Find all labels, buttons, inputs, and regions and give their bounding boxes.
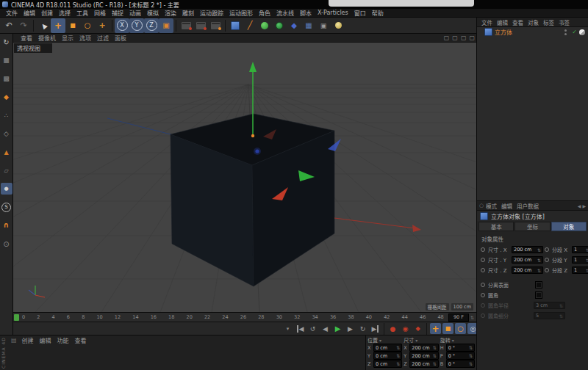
menu-item[interactable]: 选择 [56, 9, 74, 17]
playhead-marker[interactable] [14, 314, 19, 321]
play-icon[interactable] [332, 323, 343, 334]
enable-snap-icon[interactable] [1, 220, 12, 231]
attribute-menu-item[interactable]: 编辑 [499, 202, 514, 210]
spinner-icon[interactable] [396, 353, 400, 358]
object-manager-menu-item[interactable]: 对象 [526, 18, 541, 26]
segments-input[interactable]: 1 [572, 246, 588, 253]
size-input[interactable]: 200 cm [409, 352, 438, 360]
keyframe-selection-icon[interactable] [412, 323, 423, 334]
render-to-picture-viewer-icon[interactable] [193, 18, 208, 33]
menu-item[interactable]: 创建 [38, 9, 56, 17]
history-nav-icon[interactable] [578, 203, 588, 208]
dimension-input[interactable]: 200 cm [512, 266, 543, 274]
position-column-title[interactable]: 位置 [368, 336, 378, 344]
menu-item[interactable]: 网格 [91, 9, 109, 17]
coordinate-system-icon[interactable] [159, 18, 173, 33]
object-tree[interactable]: 立方体 [477, 27, 588, 201]
two-pane-icon[interactable] [452, 35, 458, 41]
chevron-down-icon[interactable] [379, 338, 381, 343]
spinner-icon[interactable] [537, 258, 541, 263]
view-label[interactable]: 透视视图 [14, 43, 52, 53]
coordinate-input[interactable]: 0 cm [373, 344, 402, 352]
goto-start-icon[interactable] [295, 323, 306, 334]
record-active-objects-icon[interactable] [387, 323, 398, 334]
single-pane-icon[interactable] [444, 35, 450, 41]
animation-dot-icon[interactable] [481, 247, 485, 252]
workplane-mode-icon[interactable] [1, 164, 12, 176]
spinner-icon[interactable] [469, 361, 473, 366]
object-manager-menu-item[interactable]: 书签 [556, 18, 572, 26]
menu-item[interactable]: 窗口 [351, 9, 369, 17]
object-manager-menu-item[interactable]: 标签 [541, 18, 556, 26]
viewport-menu-item[interactable]: 过滤 [94, 34, 112, 42]
material-menu-item[interactable]: 创建 [19, 336, 37, 344]
camera-icon[interactable] [316, 18, 331, 33]
end-frame-field[interactable]: 90 F [448, 313, 469, 322]
snap-settings-icon[interactable] [1, 201, 12, 213]
animation-dot-icon[interactable] [481, 293, 485, 297]
segments-input[interactable]: 1 [572, 266, 588, 274]
menu-item[interactable]: 动画 [126, 9, 144, 17]
autokey-icon[interactable] [400, 323, 411, 334]
viewport-menu-item[interactable]: 面板 [112, 34, 129, 42]
marker-icon[interactable] [282, 323, 293, 334]
material-menu-item[interactable]: 功能 [54, 336, 72, 344]
menu-item[interactable]: 渲染 [162, 9, 179, 17]
rotate-tool-icon[interactable] [80, 18, 95, 33]
attribute-menu-item[interactable]: 模式 [484, 202, 499, 210]
enable-axis-icon[interactable] [1, 91, 12, 103]
last-used-tool-icon[interactable] [95, 18, 110, 33]
cube-primitive-icon[interactable] [228, 18, 243, 33]
previous-frame-icon[interactable] [320, 323, 331, 334]
previous-key-icon[interactable] [307, 323, 318, 334]
rotation-input[interactable]: 0 ° [446, 344, 475, 352]
make-editable-icon[interactable] [1, 36, 12, 48]
lock-z-axis-icon[interactable]: Z [144, 18, 159, 33]
menu-item[interactable]: 编辑 [21, 9, 38, 17]
object-row[interactable]: 立方体 [477, 27, 588, 37]
coordinate-input[interactable]: 0 cm [373, 352, 402, 360]
material-menu-item[interactable]: 查看 [72, 336, 90, 344]
record-rotation-icon[interactable] [455, 323, 466, 334]
checkbox[interactable] [535, 291, 542, 299]
phong-tag-icon[interactable] [579, 29, 585, 35]
pen-spline-icon[interactable] [243, 18, 257, 33]
tab-object[interactable]: 对象 [551, 222, 587, 231]
viewport-menu-item[interactable]: 查看 [18, 34, 35, 42]
menu-item[interactable]: 文件 [3, 9, 21, 17]
attribute-menu-item[interactable]: 用户数据 [514, 202, 541, 210]
menu-item[interactable]: X-Particles [315, 10, 351, 16]
menu-item[interactable]: 帮助 [369, 9, 387, 17]
lock-x-axis-icon[interactable]: X [115, 18, 129, 33]
live-selection-icon[interactable] [36, 18, 51, 33]
menu-item[interactable]: 流水线 [273, 9, 297, 17]
object-manager-menu-item[interactable]: 查看 [510, 18, 526, 26]
rotation-input[interactable]: 0 ° [446, 352, 475, 360]
undo-icon[interactable] [1, 18, 16, 33]
render-view-icon[interactable] [179, 18, 193, 33]
spinner-icon[interactable] [433, 345, 437, 350]
chevron-down-icon[interactable] [415, 338, 417, 343]
menu-item[interactable]: 工具 [74, 9, 91, 17]
menu-item[interactable]: 角色 [256, 9, 273, 17]
rotation-input[interactable]: 0 ° [446, 360, 475, 368]
three-pane-icon[interactable] [461, 35, 467, 41]
animation-dot-icon[interactable] [481, 268, 485, 272]
animation-dot-icon[interactable] [545, 247, 549, 252]
object-manager-menu-item[interactable]: 编辑 [495, 18, 510, 26]
spinner-icon[interactable] [433, 361, 437, 366]
menu-item[interactable]: 脚本 [297, 9, 315, 17]
tab-coord[interactable]: 坐标 [514, 222, 550, 231]
size-column-title[interactable]: 尺寸 [404, 336, 414, 344]
rotation-column-title[interactable]: 旋转 [440, 336, 451, 344]
timeline-ruler[interactable]: 0246810121416182022242628303234363840424… [13, 312, 476, 322]
model-mode-icon[interactable] [1, 54, 12, 66]
animation-dot-icon[interactable] [545, 258, 549, 262]
points-mode-icon[interactable] [1, 109, 12, 121]
viewport-menu-item[interactable]: 显示 [59, 34, 76, 42]
four-pane-icon[interactable] [469, 35, 475, 41]
redo-icon[interactable] [16, 18, 31, 33]
polygons-mode-icon[interactable] [1, 146, 12, 158]
dimension-input[interactable]: 200 cm [512, 256, 543, 264]
spinner-icon[interactable] [469, 353, 473, 358]
